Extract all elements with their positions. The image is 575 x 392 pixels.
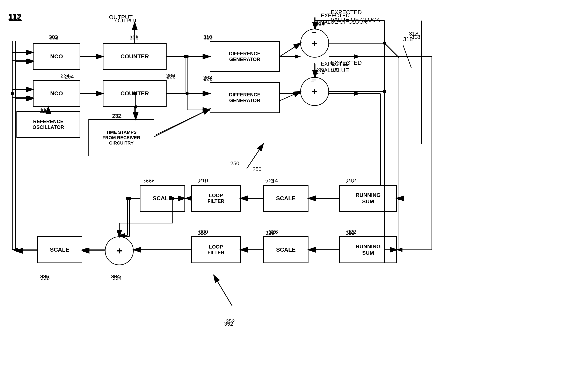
svg-point-75 xyxy=(383,90,386,93)
time-stamps-label: TIME STAMPSFROM RECEIVERCIRCUITRY xyxy=(102,130,140,146)
nco1-label: NCO xyxy=(50,53,63,60)
scale3-block: SCALE xyxy=(263,236,309,263)
diff-gen1-label: DIFFERENCEGENERATOR xyxy=(229,51,260,62)
loop-filter2-block: LOOPFILTER xyxy=(191,236,240,263)
ref-num-204: 204 xyxy=(61,72,70,79)
junction-dot1 xyxy=(183,55,187,58)
running-sum2-label: RUNNINGSUM xyxy=(356,243,381,256)
junction-dot3 xyxy=(11,92,14,95)
ref-osc-block: REFERENCEOSCILLATOR xyxy=(16,111,80,138)
ref-num-210: 210 xyxy=(199,177,208,184)
ref-num-250: 250 xyxy=(253,166,261,172)
ref-num-226: 226 xyxy=(41,107,49,113)
nco2-block: NCO xyxy=(33,80,80,107)
ref-num-306: 306 xyxy=(130,33,138,40)
output-text: OUTPUT xyxy=(109,14,133,21)
diagram-title-main: 112 xyxy=(9,13,22,22)
sum3-symbol: + xyxy=(116,245,122,256)
svg-line-66 xyxy=(280,43,301,57)
scale2-block: SCALE xyxy=(140,185,185,212)
svg-line-67 xyxy=(280,92,301,101)
sum-circle2: + xyxy=(300,77,329,106)
minus1-top: − xyxy=(311,29,314,36)
ref-num-214: 214 xyxy=(269,177,278,184)
svg-point-57 xyxy=(186,92,189,95)
expected-clock-text: EXPECTEDVALUE OF CLOCK xyxy=(331,9,380,24)
scale4-block: SCALE xyxy=(37,236,82,263)
scale4-label: SCALE xyxy=(50,247,70,253)
nco1-block: NCO xyxy=(33,43,80,70)
svg-line-102 xyxy=(247,144,263,169)
diff-gen2-block: DIFFERENCEGENERATOR xyxy=(210,82,280,113)
ref-num-206: 206 xyxy=(166,72,175,79)
ref-num-270: 270 xyxy=(316,68,324,73)
sum-circle1: + xyxy=(300,29,329,58)
expected-value-text: EXPECTEDVALUE xyxy=(331,59,362,74)
counter1-block: COUNTER xyxy=(103,43,167,70)
running-sum1-block: RUNNINGSUM xyxy=(339,185,397,212)
ref-num-222: 222 xyxy=(145,177,154,184)
svg-point-82 xyxy=(397,197,401,200)
minus2-top: − xyxy=(311,78,314,85)
sum-circle3: + xyxy=(105,236,134,265)
ref-num-336: 336 xyxy=(41,275,49,281)
running-sum1-label: RUNNINGSUM xyxy=(356,192,381,205)
svg-line-106 xyxy=(403,45,411,68)
loop-filter2-label: LOOPFILTER xyxy=(208,244,224,255)
svg-line-73 xyxy=(384,43,399,58)
ref-num-208: 208 xyxy=(203,75,212,81)
ref-num-352: 352 xyxy=(226,318,235,324)
loop-filter1-block: LOOPFILTER xyxy=(191,185,240,212)
time-stamps-block: TIME STAMPSFROM RECEIVERCIRCUITRY xyxy=(88,119,154,156)
junction-dot2 xyxy=(133,92,136,95)
ref-num-326: 326 xyxy=(269,229,278,235)
junction-dot4 xyxy=(169,197,172,200)
ref-osc-label: REFERENCEOSCILLATOR xyxy=(32,119,64,130)
loop-filter1-label: LOOPFILTER xyxy=(208,193,224,204)
diagram: 112 NCO NCO COUNTER COUNTER REFERENCEOSC… xyxy=(0,0,575,392)
ref-num-330: 330 xyxy=(199,229,208,235)
svg-point-74 xyxy=(383,42,386,45)
scale1-block: SCALE xyxy=(263,185,309,212)
svg-line-101 xyxy=(214,276,232,306)
svg-line-65 xyxy=(154,109,210,137)
sum1-symbol: + xyxy=(312,38,317,49)
ref-num-302: 302 xyxy=(49,34,58,40)
sum2-symbol: + xyxy=(312,86,317,97)
running-sum2-block: RUNNINGSUM xyxy=(339,236,397,263)
nco2-label: NCO xyxy=(50,90,63,97)
svg-line-23 xyxy=(156,109,210,135)
ref-num-334: 334 xyxy=(113,275,121,281)
counter1-label: COUNTER xyxy=(120,53,149,60)
diff-gen1-block: DIFFERENCEGENERATOR xyxy=(210,41,280,72)
ref-num-314: 314 xyxy=(316,20,324,26)
ref-250: 250 xyxy=(230,160,239,167)
junction-dot5 xyxy=(126,197,129,200)
ref-num-310: 310 xyxy=(203,34,212,40)
diff-gen2-label: DIFFERENCEGENERATOR xyxy=(229,92,260,103)
ref-318-text: 318 xyxy=(409,30,418,37)
scale3-label: SCALE xyxy=(276,247,296,253)
ref-num-322: 322 xyxy=(347,229,356,235)
ref-num-232: 232 xyxy=(113,113,121,119)
ref-num-212: 212 xyxy=(347,177,356,184)
scale1-label: SCALE xyxy=(276,195,296,202)
